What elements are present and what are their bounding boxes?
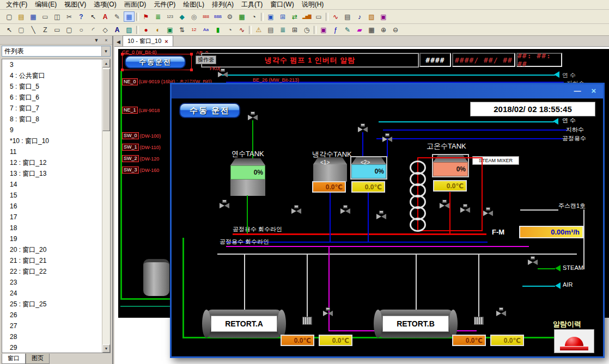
manual-operation-button[interactable]: 수동운전 [125,55,186,69]
report-icon[interactable]: ▤ [342,11,353,22]
layers-icon[interactable]: ≣ [153,11,163,22]
alarm-message-bar[interactable]: 냉각수 펌프 1 인버터 알람 [201,53,419,67]
bar-chart-icon[interactable]: ▂▅▇ [301,11,312,22]
table-icon[interactable]: ▦ [236,11,247,22]
panel-collapse-icon[interactable]: ▼ [93,38,100,43]
tree-item[interactable]: 19 [2,233,102,244]
tree-item[interactable]: 24 [2,288,102,299]
tree-item[interactable]: 7 : 窗口_7 [2,103,102,114]
tree-item[interactable]: *10 : 窗口_10 [2,135,102,146]
sidebar-bottom-tab[interactable]: 窗口 [2,354,26,364]
tree-item[interactable]: 22 : 窗口_22 [2,266,102,277]
arc-icon[interactable]: ◜ [88,24,99,35]
menu-item[interactable]: 窗口(W) [266,0,297,10]
tree-item[interactable]: 28 [2,331,102,342]
open-folder-icon[interactable]: ▤ [16,11,27,22]
data-log-icon[interactable]: ≣ [277,24,288,35]
menu-item[interactable]: 选项(O) [90,0,120,10]
ascii-display-icon[interactable]: BBB [212,11,223,22]
line-icon[interactable]: ╲ [28,24,39,35]
sidebar-bottom-tab[interactable]: 图页 [26,354,50,364]
clock-icon[interactable]: ◔ [248,11,259,22]
polygon-icon[interactable]: ◇ [100,24,111,35]
help-icon[interactable]: ? [76,11,87,22]
chevron-down-icon[interactable]: ▼ [101,46,110,56]
text-icon[interactable]: A [112,24,123,35]
polyline-icon[interactable]: Z [40,24,51,35]
tab-close-icon[interactable]: × [165,38,168,45]
image-icon[interactable]: ▨ [124,24,135,35]
tree-item[interactable]: 27 [2,320,102,331]
date-placeholder-time[interactable]: ##: ##: ## [516,53,562,67]
ellipse-icon[interactable]: ○ [76,24,87,35]
print-icon[interactable]: ▭ [40,11,51,22]
tree-item[interactable]: 4 : 公共窗口 [2,70,102,81]
word-switch-icon[interactable]: ⇅ [176,24,187,35]
menu-item[interactable]: 文件(F) [2,0,31,10]
numeric-display-icon[interactable]: 888 [200,11,211,22]
select-area-icon[interactable]: ▢ [16,24,27,35]
diamond-icon[interactable]: ◆ [176,11,187,22]
cylinder-icon[interactable]: ◎ [188,11,199,22]
tree-item[interactable]: 11 [2,146,102,157]
pointer-icon[interactable]: ↖ [4,24,15,35]
document-tab[interactable]: 10 - 窗口_10 × [123,35,173,46]
date-placeholder-date[interactable]: ####/ ##/ ## [452,53,515,67]
new-file-icon[interactable]: ▢ [4,11,15,22]
address-tag[interactable]: SW_1(DW-110) [122,144,161,151]
numeric-input-icon[interactable]: 12 [188,24,199,35]
monitor-icon[interactable]: ▣ [265,11,276,22]
menu-item[interactable]: 工具(T) [237,0,266,10]
separator[interactable] [136,26,139,34]
manual-operation-button[interactable]: 수동 운전 [179,103,240,118]
close-button[interactable]: × [588,86,600,96]
bit-lamp-icon[interactable]: ● [141,24,151,35]
tree-item[interactable]: 15 [2,190,102,201]
menu-item[interactable]: 画面(D) [120,0,150,10]
tree-item[interactable]: 26 [2,310,102,320]
scroll-up-button[interactable]: ▲ [102,59,110,67]
palette-icon[interactable]: ▧ [366,11,377,22]
text-tool-icon[interactable]: A [100,11,111,22]
address-tag[interactable]: SW_0(DW-100) [122,132,161,139]
tree-item[interactable]: 16 [2,201,102,212]
panel-close-icon[interactable]: × [102,38,110,43]
tree-item[interactable]: 9 [2,125,102,135]
runtime-popup-window[interactable]: — × 수동 운전 2018/02/ 02 18:55:45 연 수 지하수 공… [170,83,605,358]
menu-item[interactable]: 元件(P) [150,0,179,10]
tree-item[interactable]: 13 : 窗口_13 [2,168,102,179]
alarm-display-icon[interactable]: ⚠ [253,24,264,35]
script-icon[interactable]: ✎ [342,24,353,35]
separator[interactable] [261,13,264,21]
address-tag[interactable]: NE_1(LW-9018 [122,107,160,114]
address-tag[interactable]: SW_3(DW-160 [122,166,159,174]
tag-be26[interactable]: BE_26 (MW_Bit-213) [253,77,299,83]
printer2-icon[interactable]: ▭ [313,11,324,22]
menu-item[interactable]: 编辑(E) [31,0,60,10]
print-preview-icon[interactable]: ◫ [52,11,63,22]
alarm-history-button[interactable] [554,329,594,353]
menu-item[interactable]: 绘图(L) [179,0,208,10]
tree-item[interactable]: 18 [2,223,102,233]
tree-item[interactable]: 17 [2,212,102,223]
scrollbar-thumb[interactable] [102,69,110,131]
storage-tank-graphic[interactable] [143,259,169,296]
pointer-icon[interactable]: ↖ [88,11,99,22]
date-placeholder-year[interactable]: #### [419,53,451,67]
menu-item[interactable]: 说明(H) [298,0,328,10]
cut-icon[interactable]: ✂ [64,11,75,22]
word-lamp-icon[interactable]: ◐ [153,24,163,35]
tree-item[interactable]: 21 : 窗口_21 [2,255,102,266]
grid-icon[interactable]: ▦ [124,11,135,22]
chart-icon[interactable]: ▰ [354,24,365,35]
tree-item[interactable]: 20 : 窗口_20 [2,244,102,255]
ascii-input-icon[interactable]: Aa [200,24,211,35]
minimize-button[interactable]: — [571,86,583,96]
monitor-add-icon[interactable]: ⊞ [277,11,288,22]
bit-switch-icon[interactable]: ▣ [165,24,175,35]
tree-item[interactable]: 12 : 窗口_12 [2,157,102,168]
separator[interactable] [136,13,139,21]
menu-item[interactable]: 排列(A) [208,0,237,10]
trend-graph-icon[interactable]: ∿ [236,24,247,35]
save-icon[interactable]: ▦ [28,11,39,22]
